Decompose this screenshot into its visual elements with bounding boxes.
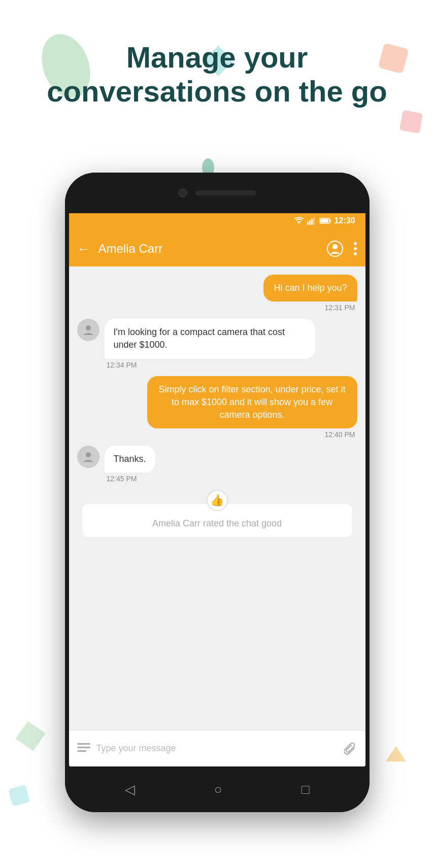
- app-header: ← Amelia Carr: [69, 231, 365, 266]
- svg-rect-12: [311, 219, 313, 225]
- more-options-icon[interactable]: [353, 242, 357, 256]
- svg-rect-8: [8, 785, 30, 807]
- chat-contact-name: Amelia Carr: [98, 242, 319, 256]
- svg-rect-11: [309, 220, 311, 225]
- rating-container: 👍 Amelia Carr rated the chat good: [77, 500, 357, 541]
- wifi-icon: [294, 217, 304, 225]
- message-outgoing-1: Hi can I help you? 12:31 PM: [263, 275, 357, 312]
- message-bubble-in-2: Thanks.: [105, 446, 155, 473]
- message-time-in-2: 12:45 PM: [105, 475, 155, 483]
- message-input-area: Type your message: [69, 730, 365, 766]
- status-icons: 12:30: [294, 216, 355, 225]
- svg-rect-16: [320, 219, 328, 223]
- msg-content-1: I'm looking for a compact camera that co…: [105, 319, 315, 369]
- message-incoming-2: Thanks. 12:45 PM: [77, 446, 155, 483]
- message-bubble-2: Simply click on filter section, under pr…: [147, 376, 357, 429]
- headline-area: Manage your conversations on the go: [0, 41, 434, 108]
- header-icons: [327, 241, 357, 257]
- phone-screen: 12:30 ← Amelia Carr: [69, 211, 365, 766]
- message-input[interactable]: Type your message: [96, 743, 338, 754]
- message-time-2: 12:40 PM: [323, 430, 357, 439]
- msg-content-2: Thanks. 12:45 PM: [105, 446, 155, 483]
- person-icon-2: [81, 450, 95, 464]
- phone-nav-bar: ◁ ○ □: [65, 766, 370, 812]
- svg-point-20: [354, 247, 357, 250]
- svg-rect-13: [313, 217, 315, 225]
- message-bubble-1: Hi can I help you?: [263, 275, 357, 302]
- svg-point-21: [354, 252, 357, 255]
- avatar-1: [77, 319, 99, 341]
- nav-home-button[interactable]: ○: [214, 782, 222, 797]
- svg-point-18: [332, 244, 338, 249]
- avatar-2: [77, 446, 99, 468]
- phone-speaker: [195, 190, 256, 195]
- svg-rect-15: [329, 219, 331, 222]
- rating-text: Amelia Carr rated the chat good: [90, 518, 344, 529]
- attachment-icon[interactable]: [344, 742, 357, 755]
- phone-frame: 12:30 ← Amelia Carr: [65, 173, 370, 812]
- person-icon-1: [81, 323, 95, 337]
- back-button[interactable]: ←: [77, 241, 90, 257]
- svg-marker-7: [386, 746, 406, 761]
- message-time-1: 12:31 PM: [323, 304, 357, 312]
- message-time-in-1: 12:34 PM: [105, 361, 315, 369]
- svg-marker-6: [13, 718, 48, 754]
- svg-rect-10: [307, 222, 309, 225]
- message-outgoing-2: Simply click on filter section, under pr…: [147, 376, 357, 439]
- page-headline: Manage your conversations on the go: [0, 41, 434, 108]
- phone-camera: [178, 188, 187, 197]
- signal-icon: [307, 217, 316, 225]
- svg-marker-9: [297, 221, 301, 224]
- nav-back-button[interactable]: ◁: [125, 782, 135, 797]
- menu-icon[interactable]: [77, 743, 90, 754]
- svg-rect-26: [77, 750, 86, 752]
- battery-icon: [319, 217, 331, 224]
- svg-point-23: [86, 452, 91, 457]
- message-bubble-in-1: I'm looking for a compact camera that co…: [105, 319, 315, 358]
- svg-rect-5: [399, 110, 423, 133]
- phone-top-bezel: [65, 173, 370, 213]
- account-icon[interactable]: [327, 241, 343, 257]
- thumbs-up-icon: 👍: [207, 490, 228, 511]
- svg-rect-25: [77, 747, 90, 748]
- chat-area: Hi can I help you? 12:31 PM I'm looking …: [69, 266, 365, 721]
- message-incoming-1: I'm looking for a compact camera that co…: [77, 319, 315, 369]
- nav-recents-button[interactable]: □: [302, 782, 310, 797]
- svg-point-19: [354, 242, 357, 245]
- svg-rect-24: [77, 743, 90, 745]
- status-bar: 12:30: [69, 211, 365, 231]
- status-time: 12:30: [335, 216, 355, 225]
- svg-point-22: [86, 325, 91, 330]
